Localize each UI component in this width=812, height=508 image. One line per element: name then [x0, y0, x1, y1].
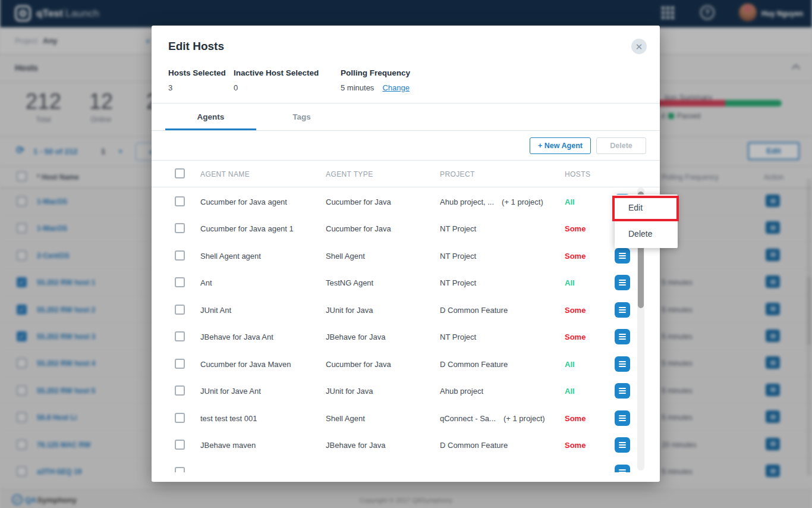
- agent-table-body: Cucumber for Java agentCucumber for Java…: [152, 188, 660, 472]
- agent-project-cell: NT Project: [440, 333, 476, 341]
- agent-project-cell: D Common Feature: [440, 441, 508, 450]
- agent-checkbox[interactable]: [175, 331, 185, 341]
- agent-row: Shell Agent agentShell AgentNT ProjectSo…: [152, 242, 660, 269]
- agent-type-cell: Cucumber for Java: [326, 197, 391, 206]
- agent-hosts-cell: Some: [565, 333, 586, 341]
- agent-name-cell: Cucumber for Java Maven: [200, 360, 291, 369]
- agent-hosts-cell: Some: [565, 306, 586, 315]
- agent-name-cell: JUnit Ant: [200, 306, 231, 315]
- agent-project-cell: Ahub project, ...(+ 1 project): [440, 197, 543, 206]
- tab-tags[interactable]: Tags: [256, 104, 347, 130]
- agent-row: Cucumber for Java MavenCucumber for Java…: [152, 350, 660, 377]
- agent-hosts-cell: Some: [565, 224, 586, 233]
- agent-project-cell: D Common Feature: [440, 360, 508, 369]
- agent-row: AntTestNG AgentNT ProjectAll: [152, 269, 660, 296]
- agent-checkbox[interactable]: [175, 305, 185, 315]
- agent-name-column-header: AGENT NAME: [200, 170, 250, 178]
- agent-type-cell: Shell Agent: [326, 252, 365, 261]
- agent-checkbox[interactable]: [175, 223, 185, 233]
- agent-hosts-cell: All: [565, 197, 575, 206]
- agent-hosts-cell: All: [565, 278, 575, 287]
- agent-row-menu-button[interactable]: [615, 302, 630, 318]
- context-menu-delete[interactable]: Delete: [615, 221, 678, 247]
- agent-row-menu-button[interactable]: [615, 329, 630, 344]
- project-column-header: PROJECT: [440, 170, 475, 178]
- agent-hosts-cell: All: [565, 387, 575, 396]
- agent-checkbox[interactable]: [175, 440, 185, 450]
- agent-project-cell: Ahub project: [440, 387, 483, 396]
- agent-project-cell: NT Project: [440, 252, 476, 261]
- app-window: qTest'Launch ? Huy Nguyen Project: Any ▾…: [0, 0, 812, 508]
- agent-row: JUnit for Jave AntJUnit for JavaAhub pro…: [152, 377, 660, 404]
- agent-type-cell: JBehave for Java: [326, 441, 385, 450]
- agent-type-cell: JUnit for Java: [326, 387, 373, 396]
- agent-project-cell: NT Project: [440, 224, 476, 233]
- agent-name-cell: JBehave for Java Ant: [200, 333, 273, 341]
- agent-hosts-cell: Some: [565, 441, 586, 450]
- hosts-column-header: HOSTS: [565, 170, 590, 178]
- agent-row-menu-button[interactable]: [615, 465, 630, 473]
- close-icon[interactable]: ✕: [631, 39, 647, 54]
- select-all-agents-checkbox[interactable]: [175, 168, 185, 178]
- agent-hosts-cell: All: [565, 360, 575, 369]
- agent-name-cell: Cucumber for Java agent: [200, 197, 287, 206]
- annotation-highlight-box: [612, 196, 679, 221]
- agent-row-menu-button[interactable]: [615, 275, 630, 290]
- agent-row: JBehave for Java AntJBehave for JavaNT P…: [152, 323, 660, 350]
- agent-checkbox[interactable]: [175, 413, 185, 423]
- agent-row-menu-button[interactable]: [615, 248, 630, 264]
- agent-name-cell: test test test 001: [200, 414, 257, 423]
- agent-checkbox[interactable]: [175, 250, 185, 261]
- agent-name-cell: Ant: [200, 278, 212, 287]
- agent-table-header: AGENT NAME AGENT TYPE PROJECT HOSTS: [152, 161, 660, 187]
- agent-row: Cucumber for Java agentCucumber for Java…: [152, 188, 660, 215]
- agent-project-cell: NT Project: [440, 278, 476, 287]
- edit-hosts-modal: Edit Hosts ✕ Hosts Selected 3 Inactive H…: [152, 26, 660, 482]
- new-agent-button[interactable]: + New Agent: [530, 137, 591, 154]
- delete-agents-button[interactable]: Delete: [596, 137, 646, 154]
- polling-frequency-stat: Polling Frequency 5 minutesChange: [341, 68, 410, 92]
- agent-row: Cucumber for Java agent 1Cucumber for Ja…: [152, 215, 660, 242]
- agent-type-cell: Shell Agent: [326, 414, 365, 423]
- agent-name-cell: JBehave maven: [200, 441, 256, 450]
- agent-checkbox[interactable]: [175, 467, 185, 473]
- agent-checkbox[interactable]: [175, 385, 185, 396]
- agent-type-cell: JUnit for Java: [326, 306, 373, 315]
- agent-checkbox[interactable]: [175, 196, 185, 206]
- agent-row-menu-button[interactable]: [615, 410, 630, 426]
- agent-row: [152, 459, 660, 473]
- modal-title: Edit Hosts: [168, 40, 224, 53]
- agent-type-column-header: AGENT TYPE: [326, 170, 373, 178]
- agent-type-cell: Cucumber for Java: [326, 224, 391, 233]
- agent-project-cell: D Common Feature: [440, 306, 508, 315]
- hosts-selected-stat: Hosts Selected 3: [168, 68, 226, 92]
- agent-row-menu-button[interactable]: [615, 437, 630, 453]
- agent-name-cell: Cucumber for Java agent 1: [200, 224, 294, 233]
- agent-type-cell: TestNG Agent: [326, 278, 373, 287]
- agent-row: test test test 001Shell AgentqConnect - …: [152, 404, 660, 431]
- agent-type-cell: JBehave for Java: [326, 333, 385, 341]
- agent-hosts-cell: Some: [565, 414, 586, 423]
- agent-row: JBehave mavenJBehave for JavaD Common Fe…: [152, 431, 660, 458]
- agent-row-menu-button[interactable]: [615, 356, 630, 372]
- agent-name-cell: Shell Agent agent: [200, 252, 261, 261]
- change-polling-link[interactable]: Change: [382, 83, 410, 92]
- agent-checkbox[interactable]: [175, 359, 185, 369]
- tab-agents[interactable]: Agents: [165, 104, 256, 130]
- agent-row: JUnit AntJUnit for JavaD Common FeatureS…: [152, 296, 660, 323]
- agent-project-cell: qConnect - Sa...(+ 1 project): [440, 414, 545, 423]
- agent-row-menu-button[interactable]: [615, 383, 630, 399]
- agent-name-cell: JUnit for Jave Ant: [200, 387, 261, 396]
- agent-type-cell: Cucumber for Java: [326, 360, 391, 369]
- inactive-hosts-stat: Inactive Host Selected 0: [234, 68, 319, 92]
- agent-checkbox[interactable]: [175, 277, 185, 287]
- agent-hosts-cell: Some: [565, 252, 586, 261]
